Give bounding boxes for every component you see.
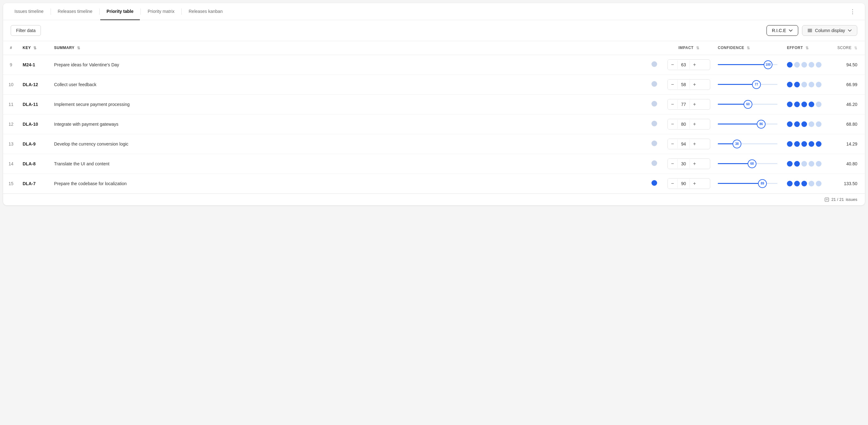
effort-dot <box>809 161 814 166</box>
row-confidence: 60 <box>714 94 783 114</box>
col-header-confidence[interactable]: CONFIDENCE ⇅ <box>714 41 783 55</box>
col-header-key[interactable]: KEY ⇅ <box>19 41 50 55</box>
tab-separator-2 <box>99 8 100 15</box>
impact-value: 94 <box>677 140 690 148</box>
issues-icon <box>824 197 829 202</box>
impact-stepper: − 58 + <box>668 79 710 90</box>
effort-dots <box>787 82 830 87</box>
effort-dot <box>794 101 800 107</box>
confidence-track[interactable]: 100 <box>718 64 777 65</box>
tab-issues-timeline[interactable]: Issues timeline <box>8 3 50 20</box>
impact-decrease-button[interactable]: − <box>668 80 677 90</box>
col-header-impact[interactable]: IMPACT ⇅ <box>664 41 714 55</box>
col-header-reach <box>645 41 664 55</box>
tab-priority-matrix[interactable]: Priority matrix <box>142 3 181 20</box>
row-summary: Develop the currency conversion logic <box>50 134 645 154</box>
confidence-thumb[interactable]: 60 <box>744 100 752 109</box>
confidence-thumb[interactable]: 100 <box>764 60 772 69</box>
effort-dot <box>794 82 800 87</box>
effort-dot <box>809 181 814 186</box>
effort-dot <box>801 121 807 127</box>
col-header-summary[interactable]: SUMMARY ⇅ <box>50 41 645 55</box>
svg-rect-0 <box>808 29 812 30</box>
confidence-track[interactable]: 38 <box>718 143 777 144</box>
confidence-sort-icon: ⇅ <box>747 46 750 50</box>
row-key: DLA-9 <box>19 134 50 154</box>
columns-icon <box>807 28 812 33</box>
confidence-fill <box>718 163 752 164</box>
row-key: DLA-7 <box>19 174 50 193</box>
confidence-track[interactable]: 86 <box>718 124 777 124</box>
row-reach <box>645 154 664 174</box>
tab-more-button[interactable]: ⋮ <box>846 6 860 18</box>
impact-increase-button[interactable]: + <box>690 159 699 169</box>
impact-decrease-button[interactable]: − <box>668 119 677 129</box>
row-score: 66.99 <box>833 74 865 94</box>
filter-data-button[interactable]: Filter data <box>11 25 41 36</box>
confidence-thumb[interactable]: 68 <box>748 159 756 168</box>
toolbar: Filter data R.I.C.E Column display <box>3 20 865 41</box>
impact-value: 63 <box>677 60 690 69</box>
confidence-track[interactable]: 89 <box>718 183 777 184</box>
confidence-slider-wrap: 77 <box>718 84 777 85</box>
tab-releases-kanban[interactable]: Releases kanban <box>182 3 229 20</box>
impact-decrease-button[interactable]: − <box>668 99 677 110</box>
row-summary: Translate the UI and content <box>50 154 645 174</box>
key-sort-icon: ⇅ <box>33 46 37 50</box>
effort-dot <box>801 161 807 166</box>
impact-stepper: − 90 + <box>668 178 710 189</box>
impact-decrease-button[interactable]: − <box>668 139 677 149</box>
impact-increase-button[interactable]: + <box>690 119 699 129</box>
table-row: 15DLA-7Prepare the codebase for localiza… <box>3 174 865 193</box>
column-display-button[interactable]: Column display <box>802 25 857 36</box>
impact-increase-button[interactable]: + <box>690 139 699 149</box>
impact-decrease-button[interactable]: − <box>668 159 677 169</box>
impact-increase-button[interactable]: + <box>690 99 699 110</box>
confidence-thumb[interactable]: 38 <box>733 140 741 148</box>
svg-rect-1 <box>808 30 812 31</box>
impact-increase-button[interactable]: + <box>690 60 699 70</box>
effort-dot <box>801 62 807 68</box>
row-confidence: 86 <box>714 114 783 134</box>
table-row: 14DLA-8Translate the UI and content − 30… <box>3 154 865 174</box>
col-header-effort[interactable]: EFFORT ⇅ <box>783 41 833 55</box>
row-summary: Prepare the codebase for localization <box>50 174 645 193</box>
impact-decrease-button[interactable]: − <box>668 179 677 189</box>
row-num: 13 <box>3 134 19 154</box>
impact-increase-button[interactable]: + <box>690 179 699 189</box>
row-effort <box>783 74 833 94</box>
impact-decrease-button[interactable]: − <box>668 60 677 70</box>
row-impact: − 63 + <box>664 55 714 74</box>
confidence-track[interactable]: 60 <box>718 104 777 105</box>
confidence-thumb[interactable]: 86 <box>757 120 766 128</box>
confidence-track[interactable]: 77 <box>718 84 777 85</box>
row-score: 94.50 <box>833 55 865 74</box>
row-score: 68.80 <box>833 114 865 134</box>
tab-releases-timeline[interactable]: Releases timeline <box>52 3 99 20</box>
row-summary: Implement secure payment processing <box>50 94 645 114</box>
confidence-thumb[interactable]: 77 <box>752 80 761 89</box>
row-effort <box>783 94 833 114</box>
impact-increase-button[interactable]: + <box>690 80 699 90</box>
row-reach <box>645 114 664 134</box>
row-impact: − 58 + <box>664 74 714 94</box>
effort-dot <box>816 141 822 147</box>
row-num: 14 <box>3 154 19 174</box>
column-display-chevron-icon <box>847 28 852 33</box>
effort-dot <box>816 101 822 107</box>
effort-dots <box>787 181 830 186</box>
confidence-track[interactable]: 68 <box>718 163 777 164</box>
row-key: DLA-8 <box>19 154 50 174</box>
issues-label: issues <box>846 197 857 202</box>
col-header-num: # <box>3 41 19 55</box>
row-effort <box>783 55 833 74</box>
table-footer: 21 / 21 issues <box>3 194 865 205</box>
tab-priority-table[interactable]: Priority table <box>100 3 140 20</box>
impact-value: 30 <box>677 159 690 168</box>
impact-stepper: − 94 + <box>668 139 710 149</box>
confidence-thumb[interactable]: 89 <box>758 179 767 188</box>
row-num: 10 <box>3 74 19 94</box>
col-header-score[interactable]: SCORE ⇅ <box>833 41 865 55</box>
scoring-dropdown-button[interactable]: R.I.C.E <box>767 25 798 36</box>
tab-separator-4 <box>181 8 182 15</box>
